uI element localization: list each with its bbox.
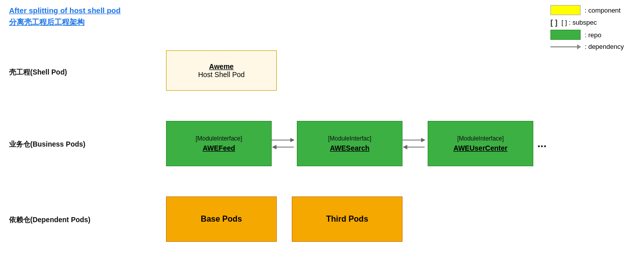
awesearch-title: AWESearch [330,144,370,152]
shell-pod-box: Aweme Host Shell Pod [166,50,277,91]
legend-repo: : repo [550,30,624,40]
legend-repo-label: : repo [585,31,601,39]
legend-subspec-label: [ ] : subspec [561,19,597,26]
shell-row-label: 壳工程(Shell Pod) [9,68,67,77]
third-pods-box: Third Pods [292,196,403,242]
shell-pod-title: Aweme [209,62,234,71]
legend-bracket-icon: [ ] [550,18,557,27]
legend-green-box [550,30,581,40]
legend-component: : component [550,5,624,15]
title-link[interactable]: After splitting of host shell pod [9,6,121,15]
dependent-pods-row: Base Pods Third Pods [166,196,403,242]
legend-subspec: [ ] [ ] : subspec [550,18,624,27]
awefeed-subspec: [ModuleInterface] [196,135,243,142]
legend-component-label: : component [585,7,621,14]
more-label: ... [537,137,546,150]
shell-pod-subtitle: Host Shell Pod [198,71,245,79]
header: After splitting of host shell pod 分离壳工程后… [9,6,121,27]
business-row-label: 业务仓(Business Pods) [9,140,86,149]
aweusercenter-title: AWEUserCenter [453,144,507,152]
main-container: After splitting of host shell pod 分离壳工程后… [0,0,644,268]
aweusercenter-subspec: [ModuleInterface] [457,135,504,142]
legend-yellow-box [550,5,581,15]
arrow-awefeed-awesearch [272,121,297,166]
legend-dependency: : dependency [550,43,624,50]
arrow-awesearch-aweusercenter [403,121,428,166]
business-pod-awefeed: [ModuleInterface] AWEFeed [166,121,272,166]
subtitle-link[interactable]: 分离壳工程后工程架构 [9,18,121,27]
third-pods-label: Third Pods [326,215,368,224]
awefeed-title: AWEFeed [203,144,235,152]
business-pods-row: [ModuleInterface] AWEFeed [ModuleInterfa… [166,121,546,166]
shell-pod-row: Aweme Host Shell Pod [166,50,277,91]
business-pod-aweusercenter: [ModuleInterface] AWEUserCenter [428,121,533,166]
base-pods-label: Base Pods [201,215,242,224]
legend: : component [ ] [ ] : subspec : repo : d… [550,5,624,50]
legend-dependency-label: : dependency [585,43,624,50]
legend-arrow-icon [550,46,581,47]
base-pods-box: Base Pods [166,196,277,242]
dependent-row-label: 依赖仓(Dependent Pods) [9,216,91,225]
business-pod-awesearch: [ModuleInterfac] AWESearch [297,121,403,166]
awesearch-subspec: [ModuleInterfac] [328,135,371,142]
